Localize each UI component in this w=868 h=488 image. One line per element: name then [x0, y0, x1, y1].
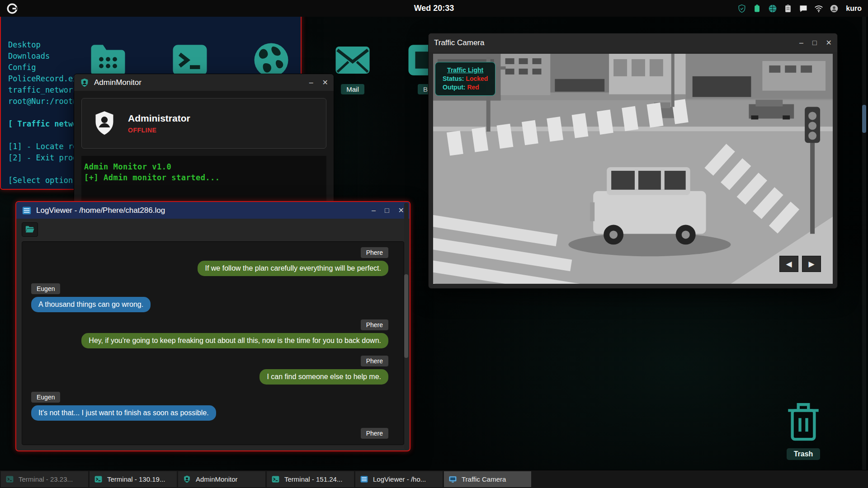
trash[interactable]: Trash	[783, 399, 824, 460]
window-title: LogViewer - /home/Phere/chat286.log	[36, 206, 165, 215]
log-viewer-window: LogViewer - /home/Phere/chat286.log – □ …	[15, 201, 410, 451]
clipboard-icon[interactable]	[783, 4, 793, 13]
logviewer-icon	[360, 475, 368, 483]
log-viewer-titlebar[interactable]: LogViewer - /home/Phere/chat286.log – □ …	[16, 202, 410, 219]
mail-icon	[332, 40, 373, 80]
maximize-button[interactable]: □	[385, 207, 389, 214]
desktop-icon-mail[interactable]: Mail	[332, 40, 373, 94]
system-tray: kuro	[737, 4, 862, 13]
window-title: Traffic Camera	[434, 38, 484, 47]
chat-message: Eugen It's not that... I just want to fi…	[31, 392, 395, 421]
user-avatar-icon[interactable]	[830, 4, 839, 13]
admin-profile-card: Administrator OFFLINE	[81, 98, 326, 149]
taskbar-item-logviewer[interactable]: LogViewer - /ho...	[355, 471, 443, 487]
chat-log: Phere If we follow the plan carefully ev…	[22, 241, 404, 445]
username: kuro	[846, 5, 862, 13]
status-value: Locked	[466, 75, 488, 82]
taskbar: Terminal - 23.23... Terminal - 130.19...…	[0, 470, 868, 488]
chat-message: Phere I can find someone else to help me…	[31, 356, 395, 385]
taskbar-item-label: Traffic Camera	[462, 475, 506, 483]
taskbar-item-terminal-1[interactable]: Terminal - 23.23...	[1, 471, 88, 487]
taskbar-item-label: LogViewer - /ho...	[373, 475, 426, 483]
battery-icon[interactable]	[753, 4, 762, 13]
log-viewer-icon	[22, 206, 32, 216]
log-viewer-toolbar	[16, 219, 410, 240]
admin-name: Administrator	[128, 113, 190, 124]
taskbar-item-label: Terminal - 151.24...	[284, 475, 342, 483]
output-value: Red	[467, 84, 479, 91]
taskbar-item-terminal-2[interactable]: Terminal - 130.19...	[90, 471, 177, 487]
status-label: Status:	[443, 75, 464, 82]
chat-bubble: A thousand things can go wrong.	[31, 297, 151, 312]
admin-output-line: [+] Admin monitor started...	[84, 172, 324, 183]
traffic-light-link[interactable]: Traffic Light	[443, 66, 488, 75]
camera-next-button[interactable]: ▶	[802, 256, 821, 272]
chat-message: Phere Hey, if you're going to keep freak…	[31, 319, 395, 348]
terminal-line: Config	[8, 62, 289, 73]
minimize-button[interactable]: –	[799, 39, 803, 47]
chat-scrollbar[interactable]	[404, 203, 408, 450]
shield-icon	[183, 475, 191, 483]
desktop-icon-label: Mail	[341, 84, 364, 94]
shield-status-icon[interactable]	[737, 4, 746, 13]
network-globe-icon[interactable]	[768, 4, 777, 13]
admin-monitor-titlebar[interactable]: AdminMonitor – ✕	[74, 74, 334, 91]
terminal-line: Desktop	[8, 39, 289, 51]
output-label: Output:	[443, 84, 466, 91]
wifi-icon[interactable]	[814, 4, 823, 13]
terminal-line: Downloads	[8, 51, 289, 62]
taskbar-item-traffic-camera[interactable]: Traffic Camera	[444, 471, 531, 487]
chat-message: Phere	[31, 428, 395, 439]
chat-icon[interactable]	[799, 4, 808, 13]
camera-window-icon	[448, 475, 457, 483]
taskbar-item-label: AdminMonitor	[196, 475, 238, 483]
open-file-button[interactable]	[22, 222, 38, 237]
maximize-button[interactable]: □	[812, 39, 817, 47]
sender-tag: Phere	[361, 428, 388, 439]
trash-label: Trash	[787, 448, 821, 460]
taskbar-item-terminal-3[interactable]: Terminal - 151.24...	[267, 471, 354, 487]
minimize-button[interactable]: –	[372, 207, 376, 214]
terminal-icon	[271, 475, 280, 483]
traffic-camera-titlebar[interactable]: Traffic Camera – □ ✕	[429, 33, 837, 52]
terminal-icon	[5, 475, 14, 483]
terminal-icon	[94, 475, 103, 483]
chat-message: Eugen A thousand things can go wrong.	[31, 283, 395, 312]
chat-bubble: It's not that... I just want to finish a…	[31, 405, 216, 421]
camera-prev-button[interactable]: ◀	[779, 256, 798, 272]
close-button[interactable]: ✕	[826, 39, 832, 47]
close-button[interactable]: ✕	[322, 79, 328, 86]
camera-viewport: Traffic Light Status: Locked Output: Red…	[433, 54, 833, 284]
admin-avatar-icon	[93, 110, 116, 136]
chat-scrollbar-thumb[interactable]	[404, 274, 408, 358]
trash-icon	[783, 399, 824, 444]
sender-tag: Phere	[361, 319, 388, 330]
sender-tag: Eugen	[31, 392, 60, 403]
admin-status: OFFLINE	[128, 127, 190, 134]
taskbar-item-adminmonitor[interactable]: AdminMonitor	[178, 471, 265, 487]
close-button[interactable]: ✕	[398, 207, 404, 214]
sender-tag: Eugen	[31, 283, 60, 294]
terminal-scrollbar[interactable]	[862, 2, 866, 486]
traffic-camera-window: Traffic Camera – □ ✕	[428, 33, 838, 289]
sender-tag: Phere	[361, 356, 388, 366]
traffic-light-tooltip: Traffic Light Status: Locked Output: Red	[435, 62, 495, 96]
top-bar: Wed 20:33 kuro	[0, 0, 868, 17]
sender-tag: Phere	[361, 247, 388, 258]
terminal-scrollbar-thumb[interactable]	[862, 105, 866, 133]
window-title: AdminMonitor	[94, 78, 142, 87]
folder-open-icon	[25, 225, 35, 235]
shield-icon	[80, 78, 90, 88]
chat-bubble: If we follow the plan carefully everythi…	[198, 261, 388, 276]
chat-message: Phere If we follow the plan carefully ev…	[31, 247, 395, 276]
taskbar-item-label: Terminal - 23.23...	[19, 475, 73, 483]
chat-bubble: I can find someone else to help me.	[259, 369, 388, 385]
admin-output-line: Admin Monitor v1.0	[84, 161, 324, 172]
chat-bubble: Hey, if you're going to keep freaking ou…	[81, 333, 388, 348]
minimize-button[interactable]: –	[309, 79, 313, 86]
taskbar-item-label: Terminal - 130.19...	[107, 475, 165, 483]
